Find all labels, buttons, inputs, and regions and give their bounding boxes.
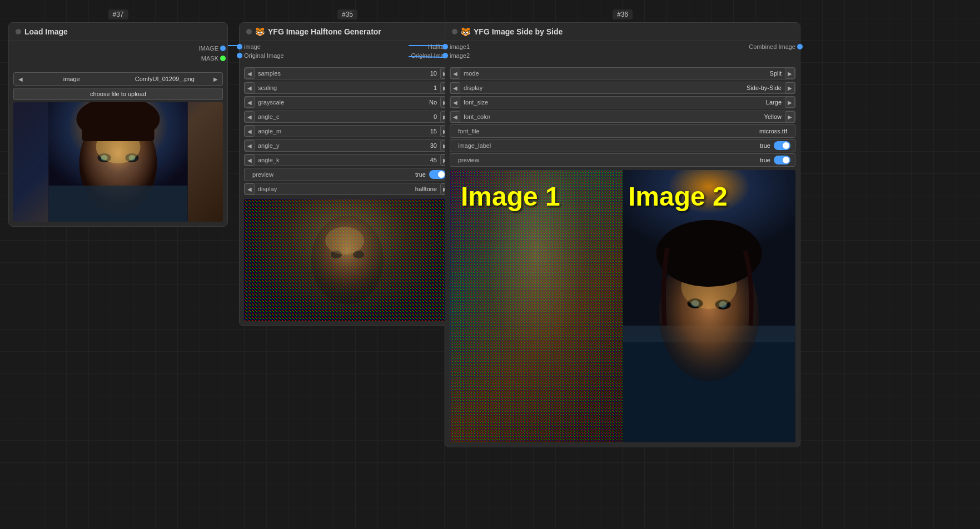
- sbs-preview-value: true: [757, 157, 774, 163]
- image1-input-label: image1: [450, 43, 470, 50]
- side-by-side-emoji: 🐯: [461, 27, 470, 36]
- grayscale-param: ◀ grayscale No ▶: [244, 96, 451, 109]
- angle-c-label: angle_c: [255, 113, 430, 120]
- preview-label: preview: [249, 171, 412, 178]
- node-id-35: #35: [337, 9, 357, 19]
- halftone-port-row1: image Halftone: [244, 43, 451, 50]
- sbs-display-left-arrow[interactable]: ◀: [450, 82, 460, 93]
- sbs-port-row1: image1 Combined Image: [450, 43, 795, 50]
- sbs-port-row2: image2: [450, 52, 795, 59]
- mode-left-arrow[interactable]: ◀: [450, 68, 460, 79]
- font-file-param: font_file micross.ttf: [450, 124, 795, 138]
- angle-y-label: angle_y: [255, 142, 427, 149]
- image2-input-port: image2: [450, 52, 470, 59]
- angle-k-value: 45: [427, 157, 440, 163]
- filename-arrow-left[interactable]: ◀: [16, 76, 25, 82]
- combined-output-port: Combined Image: [749, 43, 795, 50]
- halftone-emoji: 🐯: [255, 27, 265, 36]
- node-id-36: #36: [613, 9, 633, 19]
- mode-value: Split: [767, 70, 785, 77]
- font-size-right-arrow[interactable]: ▶: [785, 97, 795, 108]
- image-input-label: image: [244, 43, 261, 50]
- display-left-arrow[interactable]: ◀: [245, 183, 255, 194]
- angle-c-left-arrow[interactable]: ◀: [245, 111, 255, 122]
- grayscale-bar: ◀ grayscale No ▶: [244, 96, 451, 108]
- halftone-content: ◀ samples 10 ▶ ◀ scaling 1 ▶ ◀ grayscale…: [240, 61, 455, 326]
- samples-label: samples: [255, 70, 427, 77]
- side-by-side-title: YFG Image Side by Side: [474, 27, 563, 36]
- image-port-dot: [220, 46, 226, 51]
- angle-k-param: ◀ angle_k 45 ▶: [244, 153, 451, 167]
- font-size-param: ◀ font_size Large ▶: [450, 96, 795, 109]
- filename-arrow-right[interactable]: ▶: [211, 76, 220, 82]
- samples-param: ◀ samples 10 ▶: [244, 67, 451, 80]
- grayscale-value: No: [426, 99, 440, 106]
- angle-m-left-arrow[interactable]: ◀: [245, 126, 255, 137]
- load-image-ports: IMAGE MASK: [9, 41, 227, 66]
- load-image-header: Load Image: [9, 23, 227, 41]
- side-by-side-node: #36 🐯 YFG Image Side by Side image1 Comb…: [445, 22, 800, 447]
- image1-input-dot: [442, 44, 448, 49]
- sbs-preview-param: preview true: [450, 153, 795, 167]
- mode-param: ◀ mode Split ▶: [450, 67, 795, 80]
- image1-input-port: image1: [450, 43, 470, 50]
- font-color-right-arrow[interactable]: ▶: [785, 111, 795, 122]
- font-color-left-arrow[interactable]: ◀: [450, 111, 460, 122]
- upload-button[interactable]: choose file to upload: [13, 88, 223, 100]
- mask-port-label: MASK: [201, 55, 218, 62]
- side-by-side-content: ◀ mode Split ▶ ◀ display Side-by-Side ▶ …: [445, 61, 800, 447]
- node-id-37: #37: [108, 9, 128, 19]
- image-label-value: true: [757, 142, 774, 149]
- grayscale-left-arrow[interactable]: ◀: [245, 97, 255, 108]
- font-file-label: font_file: [455, 128, 756, 134]
- font-size-left-arrow[interactable]: ◀: [450, 97, 460, 108]
- angle-k-left-arrow[interactable]: ◀: [245, 154, 255, 166]
- combined-output-dot: [797, 44, 803, 49]
- angle-m-bar: ◀ angle_m 15 ▶: [244, 125, 451, 137]
- load-image-preview: [13, 102, 223, 222]
- mode-bar: ◀ mode Split ▶: [450, 67, 795, 79]
- angle-m-param: ◀ angle_m 15 ▶: [244, 124, 451, 138]
- image2-label-text: Image 2: [628, 181, 728, 212]
- load-image-title: Load Image: [24, 27, 68, 36]
- svg-rect-10: [82, 108, 155, 141]
- side-by-side-status-dot: [452, 29, 457, 34]
- scaling-value: 1: [430, 84, 440, 91]
- sbs-display-label: display: [460, 84, 743, 91]
- samples-left-arrow[interactable]: ◀: [245, 68, 255, 79]
- angle-y-value: 30: [427, 142, 440, 149]
- font-size-label: font_size: [460, 99, 763, 106]
- side-by-side-header: 🐯 YFG Image Side by Side: [445, 23, 800, 41]
- mode-label: mode: [460, 70, 767, 77]
- halftone-face-svg: [244, 199, 451, 321]
- load-image-node: #37 Load Image IMAGE MASK ◀ image ComfyU…: [8, 22, 228, 227]
- image-input-dot: [237, 44, 242, 49]
- svg-rect-8: [49, 186, 188, 222]
- angle-y-left-arrow[interactable]: ◀: [245, 140, 255, 151]
- scaling-left-arrow[interactable]: ◀: [245, 82, 255, 93]
- mask-port-dot: [220, 56, 226, 61]
- mode-right-arrow[interactable]: ▶: [785, 68, 795, 79]
- image-label: image: [25, 76, 118, 82]
- sbs-preview-toggle[interactable]: [774, 156, 790, 164]
- svg-point-14: [325, 227, 364, 254]
- font-size-bar: ◀ font_size Large ▶: [450, 96, 795, 108]
- original-input-port: Original Image: [244, 52, 284, 59]
- halftone-header: 🐯 YFG Image Halftone Generator: [240, 23, 455, 41]
- sbs-display-bar: ◀ display Side-by-Side ▶: [450, 82, 795, 94]
- filename-text: ComfyUI_01209_.png: [118, 76, 212, 82]
- face-svg: [13, 102, 223, 222]
- side-by-side-ports: image1 Combined Image image2: [445, 41, 800, 61]
- angle-c-value: 0: [430, 113, 440, 120]
- image2-input-label: image2: [450, 52, 470, 59]
- image-label-toggle[interactable]: [774, 141, 790, 150]
- angle-c-bar: ◀ angle_c 0 ▶: [244, 111, 451, 123]
- display-bar: ◀ display halftone ▶: [244, 183, 451, 195]
- image2-input-dot: [442, 53, 448, 58]
- angle-m-value: 15: [427, 128, 440, 134]
- preview-toggle[interactable]: [429, 170, 446, 179]
- image1-panel: Image 1: [450, 170, 623, 442]
- halftone-preview-image: [244, 199, 451, 321]
- sbs-display-right-arrow[interactable]: ▶: [785, 82, 795, 93]
- font-color-param: ◀ font_color Yellow ▶: [450, 110, 795, 123]
